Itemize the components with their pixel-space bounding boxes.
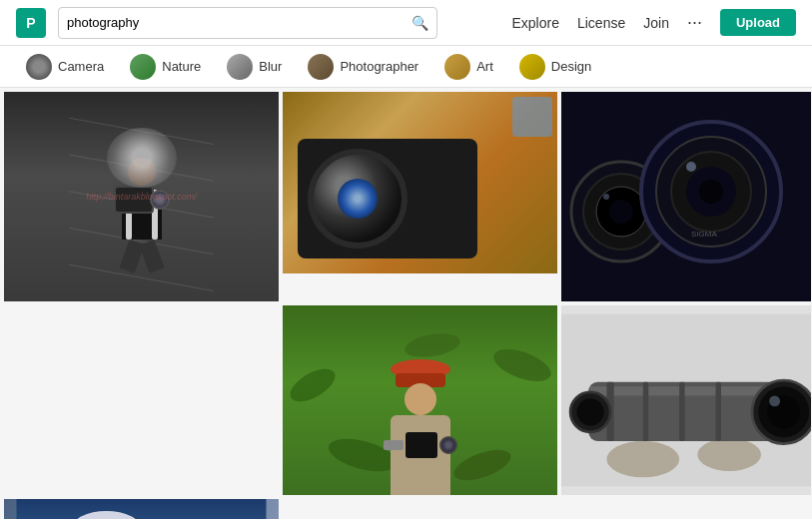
camera-label: Camera [58, 59, 104, 74]
svg-point-17 [285, 362, 340, 408]
design-label: Design [551, 59, 591, 74]
join-link[interactable]: Join [643, 15, 669, 31]
watermark-text: http://bintarakblogspot.com/ [86, 192, 197, 202]
image-item-6[interactable]: Les Calimages Blogspot Photo [4, 499, 279, 519]
svg-point-24 [697, 438, 761, 471]
category-camera[interactable]: Camera [16, 50, 114, 84]
blur-avatar [227, 54, 253, 80]
image-item-3[interactable]: SIGMA [561, 92, 811, 301]
nature-label: Nature [162, 59, 201, 74]
license-link[interactable]: License [577, 15, 625, 31]
svg-rect-30 [716, 382, 721, 441]
svg-point-36 [576, 398, 603, 425]
svg-point-34 [769, 395, 780, 406]
category-nature[interactable]: Nature [120, 50, 211, 84]
art-avatar [444, 54, 470, 80]
nav-links: Explore License Join ··· Upload [512, 9, 797, 36]
search-icon: 🔍 [411, 15, 428, 31]
svg-rect-29 [679, 382, 684, 441]
category-tabs: Camera Nature Blur Photographer Art Desi… [0, 46, 812, 88]
image-item-5[interactable] [561, 305, 811, 495]
search-input[interactable] [67, 15, 411, 30]
pexels-logo[interactable]: P [16, 8, 46, 38]
image-grid: http://bintarakblogspot.com/ SIGMA [0, 88, 812, 519]
search-bar: 🔍 [58, 7, 437, 39]
upload-button[interactable]: Upload [720, 9, 796, 36]
svg-point-8 [609, 200, 633, 224]
svg-rect-28 [643, 382, 648, 441]
category-design[interactable]: Design [509, 50, 601, 84]
design-avatar [519, 54, 545, 80]
photographer-avatar [308, 54, 334, 80]
svg-point-23 [606, 441, 679, 477]
svg-text:SIGMA: SIGMA [691, 230, 717, 239]
category-blur[interactable]: Blur [217, 50, 292, 84]
image-item-4[interactable] [283, 305, 557, 495]
svg-point-19 [404, 329, 462, 360]
art-label: Art [476, 59, 493, 74]
svg-point-18 [489, 343, 554, 388]
image-item-1[interactable] [283, 92, 557, 273]
photographer-label: Photographer [340, 59, 418, 74]
category-photographer[interactable]: Photographer [298, 50, 428, 84]
svg-point-13 [699, 180, 723, 204]
blur-label: Blur [259, 59, 282, 74]
image-group-67: Les Calimages Blogspot Photo [4, 499, 279, 519]
more-menu[interactable]: ··· [687, 12, 702, 33]
svg-rect-37 [17, 499, 267, 519]
explore-link[interactable]: Explore [512, 15, 559, 31]
image-item-2[interactable]: http://bintarakblogspot.com/ [4, 92, 279, 301]
header: P 🔍 Explore License Join ··· Upload [0, 0, 812, 46]
svg-point-15 [603, 194, 609, 200]
nature-avatar [130, 54, 156, 80]
svg-point-21 [450, 443, 515, 486]
svg-point-14 [686, 162, 696, 172]
camera-avatar [26, 54, 52, 80]
category-art[interactable]: Art [434, 50, 503, 84]
svg-rect-26 [588, 386, 783, 395]
